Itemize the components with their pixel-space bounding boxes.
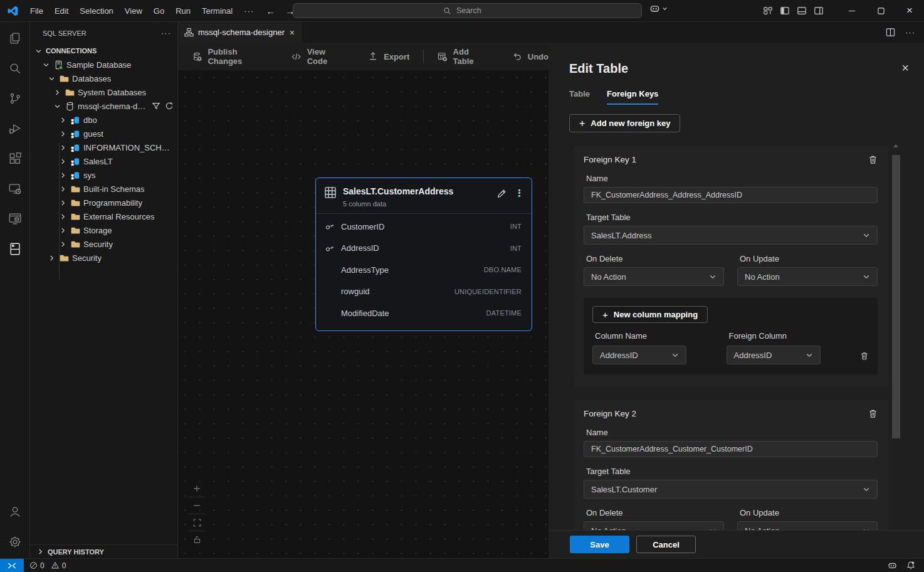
- tree-item-information-schema[interactable]: INFORMATION_SCHEMA: [30, 140, 177, 154]
- remote-explorer-icon[interactable]: [0, 174, 30, 204]
- menu-file[interactable]: File: [24, 3, 49, 19]
- target-table-select[interactable]: SalesLT.Customer: [584, 480, 878, 499]
- delete-mapping-icon[interactable]: [860, 351, 869, 361]
- export-button[interactable]: Export: [368, 51, 409, 61]
- primary-key-icon: [323, 241, 336, 255]
- menu-more-icon[interactable]: ···: [238, 6, 260, 16]
- nav-back-icon[interactable]: ←: [266, 6, 275, 16]
- command-center-search[interactable]: [293, 3, 642, 18]
- table-node-customeraddress[interactable]: SalesLT.CustomerAddress 5 column data ⋮: [315, 177, 532, 331]
- column-row[interactable]: CustomerID INT: [316, 216, 532, 238]
- toggle-panel-icon[interactable]: [797, 6, 807, 16]
- toggle-secondary-sidebar-icon[interactable]: [814, 6, 824, 16]
- tree-item-sys[interactable]: sys: [30, 168, 177, 182]
- window-minimize-button[interactable]: ─: [837, 0, 866, 22]
- zoom-out-icon[interactable]: [189, 497, 205, 514]
- explorer-icon[interactable]: [0, 23, 30, 53]
- on-update-select[interactable]: No Action: [737, 267, 878, 286]
- folder-icon: [65, 88, 75, 97]
- search-input[interactable]: [455, 6, 491, 16]
- add-new-foreign-key-button[interactable]: + Add new foreign key: [569, 114, 680, 132]
- delete-foreign-key-icon[interactable]: [868, 155, 878, 164]
- sidebar-more-icon[interactable]: ···: [161, 28, 171, 38]
- edit-table-pencil-icon[interactable]: [496, 188, 507, 199]
- column-row[interactable]: AddressID INT: [316, 238, 532, 260]
- add-table-button[interactable]: Add Table: [438, 47, 488, 66]
- column-row[interactable]: rowguid UNIQUEIDENTIFIER: [316, 281, 532, 303]
- fk-name-input[interactable]: [584, 441, 878, 457]
- editor-more-actions-icon[interactable]: ···: [905, 28, 915, 37]
- customize-layout-icon[interactable]: [763, 6, 773, 16]
- problems-status[interactable]: 0 0: [29, 561, 70, 570]
- refresh-icon[interactable]: [165, 102, 174, 110]
- tree-item-programmability[interactable]: Programmability: [30, 196, 177, 209]
- settings-gear-icon[interactable]: [0, 527, 30, 557]
- on-update-select[interactable]: No Action: [737, 521, 878, 530]
- delete-foreign-key-icon[interactable]: [868, 409, 878, 418]
- source-control-icon[interactable]: [0, 83, 30, 114]
- menu-terminal[interactable]: Terminal: [196, 3, 238, 19]
- cancel-button[interactable]: Cancel: [636, 536, 696, 553]
- tree-item-security-outer[interactable]: Security: [30, 251, 177, 265]
- tab-close-icon[interactable]: ×: [290, 28, 295, 38]
- tree-section-connections[interactable]: CONNECTIONS: [30, 44, 177, 58]
- fk-name-input[interactable]: [584, 187, 878, 203]
- view-code-button[interactable]: View Code: [291, 47, 344, 66]
- tree-item-security-inner[interactable]: Security: [30, 237, 177, 251]
- lock-icon[interactable]: [189, 531, 205, 548]
- tab-foreign-keys[interactable]: Foreign Keys: [607, 89, 658, 105]
- copilot-menu[interactable]: [649, 3, 668, 14]
- tab-mssql-schema-designer[interactable]: mssql-schema-designer ×: [178, 22, 302, 43]
- on-delete-select[interactable]: No Action: [584, 521, 724, 530]
- menu-edit[interactable]: Edit: [49, 3, 74, 19]
- tree-item-saleslt[interactable]: SalesLT: [30, 154, 177, 168]
- copilot-status-icon[interactable]: [888, 561, 897, 570]
- panel-scrollbar[interactable]: [892, 149, 900, 527]
- toggle-primary-sidebar-icon[interactable]: [780, 6, 790, 16]
- publish-changes-button[interactable]: Publish Changes: [192, 47, 268, 66]
- split-editor-icon[interactable]: [886, 28, 895, 37]
- tree-item-mssql-schema-designer-db[interactable]: mssql-schema-de...: [30, 99, 177, 113]
- scroll-up-arrow-icon[interactable]: [893, 144, 898, 147]
- extensions-icon[interactable]: [0, 144, 30, 174]
- column-row[interactable]: AddressType DBO.NAME: [316, 259, 532, 281]
- menu-go[interactable]: Go: [148, 3, 170, 19]
- account-icon[interactable]: [0, 497, 30, 527]
- tree-item-sample-database[interactable]: Sample Database: [30, 58, 177, 72]
- window-close-button[interactable]: ×: [895, 0, 924, 22]
- new-column-mapping-button[interactable]: + New column mapping: [592, 306, 708, 323]
- run-and-debug-icon[interactable]: [0, 114, 30, 144]
- tree-item-built-in-schemas[interactable]: Built-in Schemas: [30, 182, 177, 196]
- foreign-column-select[interactable]: AddressID: [727, 346, 821, 364]
- menu-view[interactable]: View: [119, 3, 148, 19]
- tab-table[interactable]: Table: [569, 89, 590, 105]
- zoom-in-icon[interactable]: [189, 480, 205, 497]
- target-table-select[interactable]: SalesLT.Address: [584, 226, 878, 245]
- search-sidebar-icon[interactable]: [0, 53, 30, 83]
- tree-item-storage[interactable]: Storage: [30, 223, 177, 237]
- fit-view-icon[interactable]: [189, 514, 205, 531]
- tree-item-dbo[interactable]: dbo: [30, 113, 177, 127]
- window-maximize-button[interactable]: [866, 0, 895, 22]
- menu-run[interactable]: Run: [170, 3, 196, 19]
- column-name-select[interactable]: AddressID: [592, 346, 686, 364]
- tree-item-system-databases[interactable]: System Databases: [30, 85, 177, 99]
- on-delete-select[interactable]: No Action: [584, 267, 724, 286]
- undo-button[interactable]: Undo: [512, 51, 549, 61]
- scrollbar-thumb[interactable]: [892, 155, 900, 438]
- remote-indicator[interactable]: [0, 559, 24, 572]
- menu-selection[interactable]: Selection: [74, 3, 118, 19]
- tree-item-databases[interactable]: Databases: [30, 72, 177, 85]
- column-row[interactable]: ModifiedDate DATETIME: [316, 302, 532, 324]
- sql-server-icon[interactable]: [0, 204, 30, 234]
- tree-item-guest[interactable]: guest: [30, 127, 177, 140]
- schema-canvas[interactable]: SalesLT.CustomerAddress 5 column data ⋮: [178, 70, 549, 558]
- notifications-bell-icon[interactable]: [906, 561, 915, 570]
- filter-icon[interactable]: [152, 102, 160, 110]
- save-button[interactable]: Save: [570, 536, 629, 553]
- table-menu-icon[interactable]: ⋮: [515, 188, 524, 199]
- panel-close-icon[interactable]: ×: [901, 61, 909, 74]
- query-history-section[interactable]: QUERY HISTORY: [30, 544, 177, 558]
- tree-item-external-resources[interactable]: External Resources: [30, 209, 177, 223]
- schema-designer-icon[interactable]: [0, 234, 30, 264]
